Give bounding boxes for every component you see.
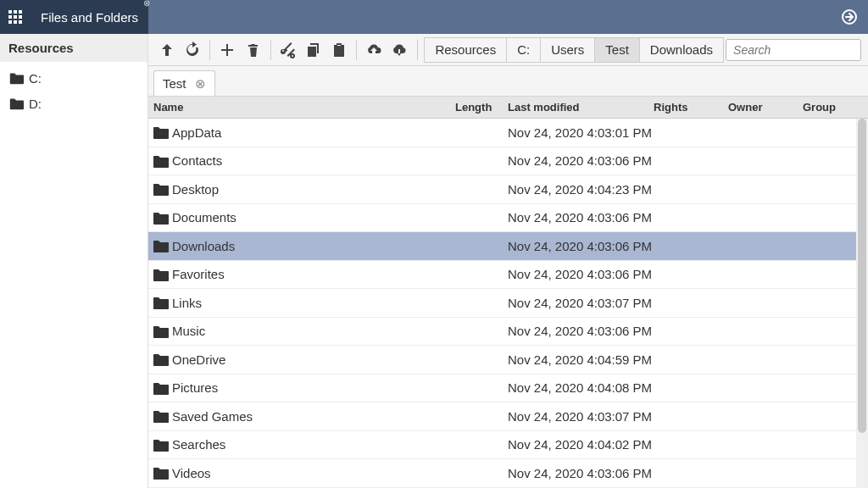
row-name: Contacts xyxy=(172,153,455,168)
file-row[interactable]: VideosNov 24, 2020 4:03:06 PM xyxy=(148,459,868,488)
row-name: Favorites xyxy=(172,267,455,281)
file-row[interactable]: AppDataNov 24, 2020 4:03:01 PM xyxy=(148,119,868,147)
file-row[interactable]: OneDriveNov 24, 2020 4:04:59 PM xyxy=(148,346,868,374)
scrollbar-thumb[interactable] xyxy=(858,119,866,433)
delete-button[interactable] xyxy=(242,37,265,63)
separator-1 xyxy=(209,40,210,60)
separator-2 xyxy=(270,40,271,60)
clipboard-icon xyxy=(331,42,348,58)
paste-button[interactable] xyxy=(327,37,351,63)
tab-close-icon[interactable]: ⊗ xyxy=(195,76,206,92)
row-modified: Nov 24, 2020 4:03:06 PM xyxy=(508,239,654,253)
file-row[interactable]: FavoritesNov 24, 2020 4:03:06 PM xyxy=(148,261,868,290)
folder-icon xyxy=(8,70,24,86)
cloud-download-icon xyxy=(391,42,408,58)
row-modified: Nov 24, 2020 4:03:06 PM xyxy=(508,267,654,281)
col-header-length[interactable]: Length xyxy=(455,101,508,114)
file-row[interactable]: LinksNov 24, 2020 4:03:07 PM xyxy=(148,289,868,318)
file-row[interactable]: ContactsNov 24, 2020 4:03:06 PM xyxy=(148,147,868,176)
refresh-icon xyxy=(184,42,201,58)
file-row[interactable]: SearchesNov 24, 2020 4:04:02 PM xyxy=(148,431,868,460)
tab-label: Test xyxy=(163,76,186,91)
sidebar-item-label: D: xyxy=(29,97,42,111)
file-row[interactable]: MusicNov 24, 2020 4:03:06 PM xyxy=(148,318,868,347)
close-app-icon[interactable]: ⊗ xyxy=(143,0,150,8)
search-input[interactable] xyxy=(726,39,861,61)
file-row[interactable]: PicturesNov 24, 2020 4:04:08 PM xyxy=(148,374,868,403)
row-name: OneDrive xyxy=(172,352,455,367)
cloud-upload-icon xyxy=(365,42,382,58)
apps-menu-button[interactable] xyxy=(0,0,31,34)
row-name: Saved Games xyxy=(172,409,455,424)
cut-button[interactable] xyxy=(276,37,300,63)
row-name: Desktop xyxy=(172,182,455,197)
row-modified: Nov 24, 2020 4:03:06 PM xyxy=(508,466,654,480)
download-button[interactable] xyxy=(387,37,411,63)
folder-icon xyxy=(148,237,172,254)
col-header-group[interactable]: Group xyxy=(803,101,854,114)
row-name: Links xyxy=(172,296,455,310)
topbar: Files and Folders ⊗ xyxy=(0,0,868,34)
row-name: Documents xyxy=(172,210,455,225)
row-name: Videos xyxy=(172,466,455,480)
col-header-name[interactable]: Name xyxy=(148,101,455,114)
folder-icon xyxy=(148,323,172,340)
row-modified: Nov 24, 2020 4:03:06 PM xyxy=(508,153,654,168)
breadcrumb-item[interactable]: Downloads xyxy=(639,37,724,63)
logout-button[interactable] xyxy=(831,0,868,34)
folder-icon xyxy=(148,380,172,396)
main-panel: ResourcesC:UsersTestDownloads Test⊗ Name… xyxy=(148,34,868,488)
breadcrumb-item[interactable]: Resources xyxy=(424,37,506,63)
scrollbar[interactable] xyxy=(856,119,868,488)
logout-icon xyxy=(841,8,858,25)
sidebar-item[interactable]: C: xyxy=(0,65,147,91)
toolbar: ResourcesC:UsersTestDownloads xyxy=(148,34,868,66)
row-modified: Nov 24, 2020 4:04:23 PM xyxy=(508,182,654,197)
up-button[interactable] xyxy=(155,37,179,63)
row-modified: Nov 24, 2020 4:03:06 PM xyxy=(508,324,654,338)
sidebar-item-label: C: xyxy=(29,71,42,86)
apps-grid-icon xyxy=(8,10,22,24)
file-row[interactable]: Saved GamesNov 24, 2020 4:03:07 PM xyxy=(148,402,868,431)
refresh-button[interactable] xyxy=(181,37,204,63)
row-name: Searches xyxy=(172,437,455,452)
arrow-up-icon xyxy=(159,42,175,58)
col-header-rights[interactable]: Rights xyxy=(654,101,728,114)
file-row[interactable]: DocumentsNov 24, 2020 4:03:06 PM xyxy=(148,204,868,233)
copy-icon xyxy=(305,42,322,58)
topbar-spacer xyxy=(148,0,831,34)
sidebar: Resources C:D: xyxy=(0,34,148,488)
breadcrumb-item[interactable]: C: xyxy=(506,37,540,63)
col-header-owner[interactable]: Owner xyxy=(728,101,803,114)
folder-icon xyxy=(148,464,172,481)
sidebar-item[interactable]: D: xyxy=(0,91,147,116)
folder-icon xyxy=(148,436,172,453)
breadcrumb-item[interactable]: Test xyxy=(594,37,639,63)
row-modified: Nov 24, 2020 4:04:08 PM xyxy=(508,380,654,395)
file-row[interactable]: DesktopNov 24, 2020 4:04:23 PM xyxy=(148,175,868,204)
row-modified: Nov 24, 2020 4:03:01 PM xyxy=(508,125,654,140)
search-container xyxy=(726,39,861,61)
file-list: AppDataNov 24, 2020 4:03:01 PMContactsNo… xyxy=(148,119,868,488)
folder-icon xyxy=(148,294,172,311)
folder-icon xyxy=(148,266,172,283)
row-modified: Nov 24, 2020 4:04:02 PM xyxy=(508,437,654,452)
plus-icon xyxy=(219,42,236,58)
folder-tab[interactable]: Test⊗ xyxy=(153,70,215,96)
breadcrumb-item[interactable]: Users xyxy=(540,37,594,63)
file-row[interactable]: DownloadsNov 24, 2020 4:03:06 PM xyxy=(148,232,868,261)
row-modified: Nov 24, 2020 4:03:06 PM xyxy=(508,210,654,225)
sidebar-title: Resources xyxy=(0,34,147,62)
breadcrumbs: ResourcesC:UsersTestDownloads xyxy=(424,37,724,63)
app-title-tab[interactable]: Files and Folders ⊗ xyxy=(31,0,148,34)
row-name: Pictures xyxy=(172,380,455,395)
folder-icon xyxy=(148,124,172,141)
folder-icon xyxy=(148,152,172,169)
separator-4 xyxy=(417,40,418,60)
new-button[interactable] xyxy=(215,37,239,63)
folder-icon xyxy=(148,408,172,424)
col-header-modified[interactable]: Last modified xyxy=(508,101,654,114)
copy-button[interactable] xyxy=(302,37,326,63)
row-name: AppData xyxy=(172,125,455,140)
upload-button[interactable] xyxy=(362,37,386,63)
